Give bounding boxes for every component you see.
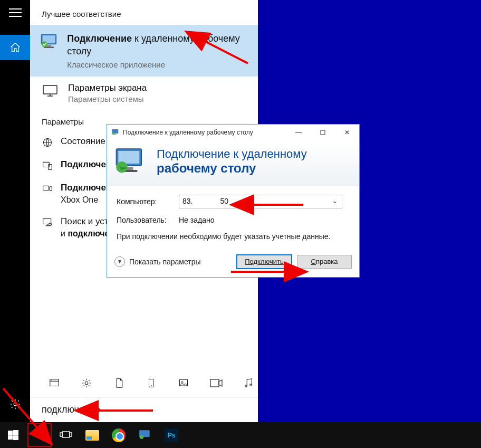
svg-rect-10	[43, 186, 49, 190]
svg-rect-11	[50, 186, 52, 190]
rdp-icon	[137, 427, 153, 443]
dialog-header-line1: Подключение к удаленному	[157, 147, 307, 161]
cat-music-icon[interactable]	[239, 374, 258, 393]
hamburger-icon	[9, 8, 22, 17]
cat-apps-icon[interactable]	[45, 374, 63, 393]
svg-rect-6	[43, 85, 57, 94]
search-input-row[interactable]	[30, 397, 258, 422]
connect-button[interactable]: Подключить	[237, 255, 292, 269]
computer-label: Компьютер:	[117, 197, 169, 206]
svg-point-25	[112, 132, 115, 135]
cat-settings-icon[interactable]	[77, 374, 95, 393]
dialog-footer: ▼ Показать параметры Подключить Справка	[107, 250, 359, 277]
svg-point-5	[42, 41, 47, 47]
svg-rect-16	[149, 379, 153, 387]
close-button[interactable]: ✕	[335, 125, 359, 140]
svg-rect-14	[50, 379, 59, 386]
credentials-note: При подключении необходимо будет указать…	[117, 232, 350, 242]
svg-point-21	[245, 385, 247, 387]
svg-point-31	[116, 161, 127, 173]
rail-settings-button[interactable]	[0, 392, 30, 417]
svg-rect-32	[8, 431, 13, 435]
svg-point-41	[140, 435, 144, 439]
hamburger-button[interactable]	[0, 0, 30, 25]
result-title: Параметры экрана	[68, 83, 147, 93]
monitor-tool-icon	[42, 217, 53, 228]
taskbar-search-button[interactable]	[26, 422, 53, 448]
show-options-label: Показать параметры	[129, 258, 201, 266]
home-button[interactable]	[0, 35, 30, 60]
taskview-icon	[60, 430, 72, 441]
rdp-large-icon	[113, 147, 147, 176]
minimize-button[interactable]: —	[286, 125, 311, 140]
home-icon	[9, 42, 21, 53]
rdp-dialog: Подключение к удаленному рабочему столу …	[107, 124, 360, 278]
start-rail	[0, 0, 30, 422]
svg-rect-20	[210, 379, 219, 387]
svg-point-22	[250, 384, 252, 386]
devices-icon	[42, 160, 53, 171]
svg-rect-35	[13, 435, 18, 440]
svg-rect-34	[8, 435, 13, 440]
svg-rect-33	[13, 430, 18, 435]
taskbar-chrome[interactable]	[105, 422, 132, 448]
svg-point-13	[49, 223, 52, 226]
search-icon	[34, 430, 45, 441]
result-subtitle: Параметры системы	[68, 94, 147, 103]
monitor-icon	[40, 83, 61, 100]
cat-document-icon[interactable]	[110, 374, 128, 393]
chevron-down-icon: ▼	[114, 256, 125, 267]
windows-icon	[8, 430, 18, 441]
gear-icon	[9, 398, 21, 410]
svg-rect-26	[321, 130, 325, 135]
taskbar: Ps	[0, 422, 481, 448]
cat-image-icon[interactable]	[175, 374, 193, 393]
dialog-header-line2: рабочему столу	[157, 161, 307, 176]
svg-point-17	[151, 386, 152, 387]
search-category-row	[30, 369, 258, 397]
rdp-titlebar-icon	[111, 129, 120, 136]
dialog-titlebar[interactable]: Подключение к удаленному рабочему столу …	[107, 125, 359, 140]
folder-icon	[84, 427, 100, 443]
task-view-button[interactable]	[53, 422, 79, 448]
taskbar-explorer[interactable]	[79, 422, 105, 448]
svg-rect-39	[70, 433, 72, 436]
best-match-result[interactable]: Подключение к удаленному рабочему столу …	[30, 25, 258, 77]
computer-combobox[interactable]	[179, 195, 342, 208]
search-input[interactable]	[42, 404, 258, 415]
best-match-header: Лучшее соответствие	[30, 0, 258, 25]
photoshop-icon: Ps	[163, 427, 179, 443]
svg-rect-37	[62, 432, 70, 437]
user-value: Не задано	[179, 216, 214, 224]
result-display-settings[interactable]: Параметры экрана Параметры системы	[30, 77, 258, 110]
dialog-body: Компьютер: 83.50 Пользователь: Не задано…	[107, 186, 359, 250]
rdp-app-icon	[40, 32, 60, 51]
maximize-button[interactable]	[311, 125, 335, 140]
cat-phone-icon[interactable]	[142, 374, 160, 393]
svg-rect-38	[60, 433, 62, 436]
show-options-toggle[interactable]: ▼ Показать параметры	[114, 256, 201, 267]
help-button[interactable]: Справка	[297, 255, 352, 269]
user-label: Пользователь:	[117, 216, 169, 224]
best-match-subtitle: Классическое приложение	[67, 60, 258, 69]
stream-icon	[42, 183, 53, 195]
taskbar-photoshop[interactable]: Ps	[158, 422, 185, 448]
start-button[interactable]	[0, 422, 26, 448]
best-match-title: Подключение к удаленному рабочему столу	[67, 32, 258, 58]
svg-point-36	[35, 431, 42, 437]
globe-icon	[42, 137, 53, 148]
cat-video-icon[interactable]	[207, 374, 225, 393]
chrome-icon	[111, 427, 127, 443]
dialog-header: Подключение к удаленному рабочему столу	[107, 140, 359, 186]
dialog-title: Подключение к удаленному рабочему столу	[123, 129, 253, 136]
svg-point-15	[85, 382, 88, 385]
svg-point-0	[14, 403, 17, 406]
taskbar-rdp[interactable]	[132, 422, 158, 448]
